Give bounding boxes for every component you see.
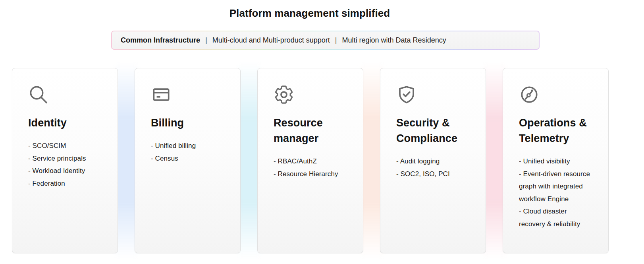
- list-item: - Event-driven resource graph with integ…: [519, 168, 593, 206]
- gear-icon: [274, 84, 294, 105]
- infrastructure-banner-content: Common Infrastructure | Multi-cloud and …: [112, 31, 539, 49]
- card-feature-list: - Unified visibility - Event-driven reso…: [519, 155, 593, 230]
- card-resource-manager: Resource manager - RBAC/AuthZ - Resource…: [257, 68, 363, 253]
- list-item: - Workload Identity: [28, 165, 102, 177]
- list-item: - Service principals: [28, 152, 102, 165]
- list-item: - Audit logging: [396, 155, 470, 168]
- banner-divider: |: [200, 36, 212, 45]
- banner-item-common-infrastructure: Common Infrastructure: [121, 36, 200, 45]
- card-title: Operations & Telemetry: [519, 115, 593, 146]
- list-item: - Cloud disaster recovery & reliability: [519, 205, 593, 230]
- list-item: - Resource Hierarchy: [274, 168, 348, 181]
- card-title: Security & Compliance: [396, 115, 470, 146]
- card-title: Identity: [28, 115, 102, 131]
- banner-divider: |: [330, 36, 342, 45]
- shield-check-icon: [396, 84, 417, 105]
- card-identity: Identity - SCO/SCIM - Service principals…: [12, 68, 118, 253]
- card-security-compliance: Security & Compliance - Audit logging - …: [380, 68, 486, 253]
- list-item: - SOC2, ISO, PCI: [396, 168, 470, 181]
- list-item: - SCO/SCIM: [28, 140, 102, 152]
- list-item: - Federation: [28, 177, 102, 190]
- banner-item-multi-cloud: Multi-cloud and Multi-product support: [212, 36, 330, 45]
- card-operations-telemetry: Operations & Telemetry - Unified visibil…: [503, 68, 609, 253]
- card-title: Resource manager: [274, 115, 348, 146]
- card-feature-list: - Audit logging - SOC2, ISO, PCI: [396, 155, 470, 180]
- list-item: - Unified billing: [151, 140, 225, 152]
- infrastructure-banner: Common Infrastructure | Multi-cloud and …: [111, 31, 540, 50]
- card-feature-list: - Unified billing - Census: [151, 140, 225, 165]
- card-billing: Billing - Unified billing - Census: [135, 68, 241, 253]
- feature-cards-row: Identity - SCO/SCIM - Service principals…: [12, 68, 609, 253]
- list-item: - Unified visibility: [519, 155, 593, 168]
- page-title: Platform management simplified: [0, 7, 619, 19]
- list-item: - RBAC/AuthZ: [274, 155, 348, 168]
- banner-item-multi-region: Multi region with Data Residency: [342, 36, 446, 45]
- meter-icon: [519, 84, 540, 105]
- list-item: - Census: [151, 152, 225, 165]
- card-feature-list: - RBAC/AuthZ - Resource Hierarchy: [274, 155, 348, 180]
- card-feature-list: - SCO/SCIM - Service principals - Worklo…: [28, 140, 102, 190]
- billing-card-icon: [151, 84, 172, 105]
- card-title: Billing: [151, 115, 225, 131]
- search-icon: [28, 84, 49, 105]
